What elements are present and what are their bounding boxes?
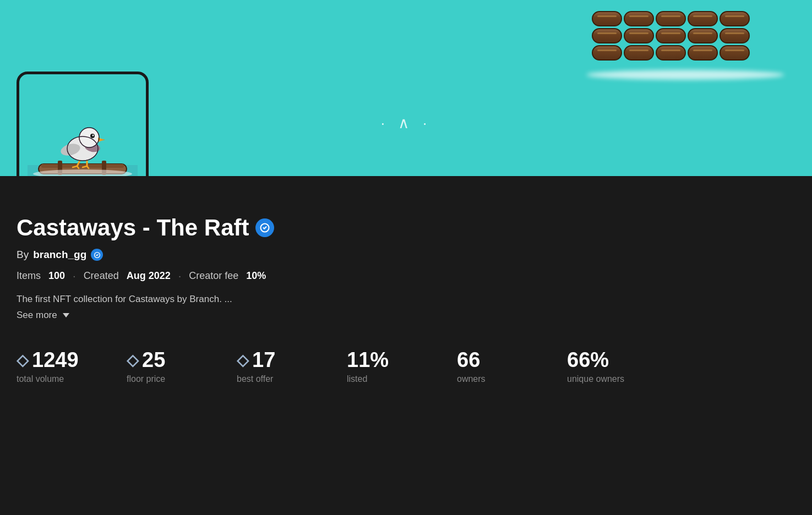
avatar	[17, 72, 149, 176]
log	[720, 45, 750, 61]
stat-value-5: 66%	[567, 348, 609, 372]
foam	[586, 70, 784, 80]
log	[624, 11, 654, 26]
eth-icon: ◇	[17, 351, 29, 369]
stat-label: owners	[457, 374, 486, 384]
created-label: Created	[84, 270, 119, 282]
log	[688, 11, 718, 26]
chevron-down-icon	[63, 313, 69, 317]
collection-title-row: Castaways - The Raft	[17, 215, 795, 241]
log	[592, 28, 622, 43]
creator-name[interactable]: branch_gg	[33, 249, 86, 261]
stat-value-1: ◇25	[127, 348, 165, 372]
log	[656, 28, 686, 43]
collection-title: Castaways - The Raft	[17, 215, 249, 241]
items-label: Items	[17, 270, 41, 282]
log	[624, 28, 654, 43]
stat-item-owners: 66owners	[457, 348, 567, 384]
eth-icon: ◇	[127, 351, 139, 369]
log	[656, 11, 686, 26]
stat-number: 11%	[347, 348, 389, 372]
stat-item-floor-price: ◇25floor price	[127, 348, 237, 384]
items-value: 100	[48, 270, 65, 282]
stat-value-2: ◇17	[237, 348, 275, 372]
svg-point-12	[92, 135, 94, 136]
dot-separator: ·	[73, 270, 76, 282]
see-more-button[interactable]: See more	[17, 310, 795, 321]
log	[688, 45, 718, 61]
dot-separator-2: ·	[178, 270, 182, 282]
stat-label: listed	[347, 374, 367, 384]
fee-value: 10%	[246, 270, 266, 282]
stat-number: 17	[252, 348, 275, 372]
stat-item-listed: 11%listed	[347, 348, 457, 384]
wave-decoration: · ∧ ·	[380, 114, 431, 132]
stat-label: total volume	[17, 374, 64, 384]
svg-rect-0	[28, 83, 138, 176]
meta-line: Items 100 · Created Aug 2022 · Creator f…	[17, 270, 795, 282]
stat-value-4: 66	[457, 348, 480, 372]
stat-number: 66%	[567, 348, 609, 372]
stat-item-best-offer: ◇17best offer	[237, 348, 347, 384]
creator-verified-icon	[91, 249, 103, 261]
fee-label: Creator fee	[189, 270, 238, 282]
see-more-label: See more	[17, 310, 57, 321]
eth-icon: ◇	[237, 351, 249, 369]
by-label: By	[17, 249, 29, 261]
created-value: Aug 2022	[127, 270, 171, 282]
stat-label: best offer	[237, 374, 273, 384]
collection-description: The first NFT collection for Castaways b…	[17, 292, 795, 306]
info-section: Castaways - The Raft By branch_gg Items …	[0, 176, 812, 401]
banner: · ∧ ·	[0, 0, 812, 176]
stat-number: 1249	[32, 348, 79, 372]
stat-label: unique owners	[567, 374, 624, 384]
stat-number: 25	[142, 348, 165, 372]
avatar-container	[17, 72, 149, 176]
stat-value-3: 11%	[347, 348, 389, 372]
log	[656, 45, 686, 61]
stat-label: floor price	[127, 374, 165, 384]
creator-line: By branch_gg	[17, 249, 795, 261]
stat-item-total-volume: ◇1249total volume	[17, 348, 127, 384]
log	[720, 11, 750, 26]
stat-number: 66	[457, 348, 480, 372]
avatar-image	[28, 83, 138, 176]
log	[592, 11, 622, 26]
log	[688, 28, 718, 43]
stat-value-0: ◇1249	[17, 348, 79, 372]
verified-badge-icon	[255, 218, 274, 237]
log	[624, 45, 654, 61]
log	[592, 45, 622, 61]
stats-bar: ◇1249total volume◇25floor price◇17best o…	[17, 343, 795, 384]
log	[720, 28, 750, 43]
raft-decoration	[592, 11, 779, 77]
stat-item-unique-owners: 66%unique owners	[567, 348, 677, 384]
